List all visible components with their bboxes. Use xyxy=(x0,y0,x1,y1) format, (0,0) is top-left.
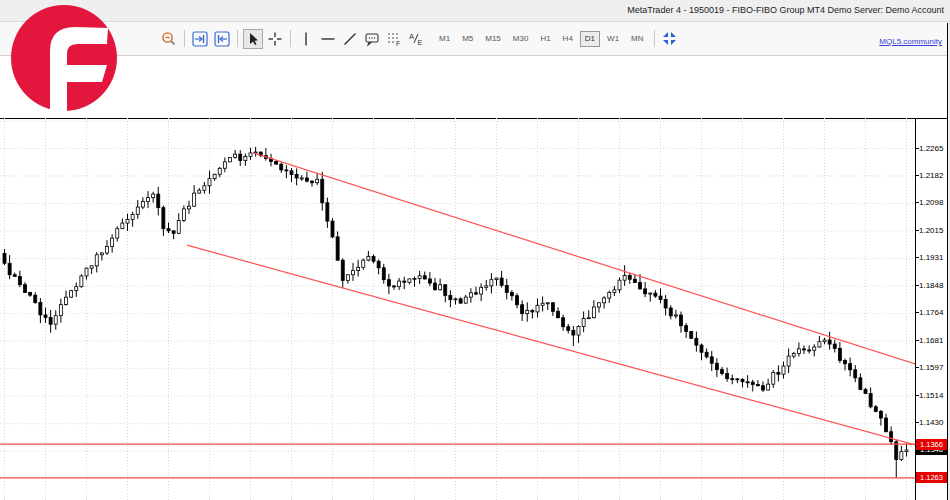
candle-bullish xyxy=(818,342,821,347)
timeframe-button-MN[interactable]: MN xyxy=(626,31,648,47)
candle-bullish xyxy=(787,356,790,366)
window-title: MetaTrader 4 - 1950019 - FIBO-FIBO Group… xyxy=(627,5,944,15)
candle-bearish xyxy=(864,389,867,393)
candle-bullish xyxy=(352,271,355,275)
candle-bearish xyxy=(8,263,11,275)
characters-icon: A E xyxy=(408,31,424,47)
candle-bullish xyxy=(65,297,68,304)
price-axis-label: 1.1514 xyxy=(919,391,943,400)
toolbar-separator xyxy=(237,30,238,47)
candle-bearish xyxy=(557,311,560,318)
candle-bullish xyxy=(905,450,908,452)
candle-bearish xyxy=(305,178,308,181)
toolbar: F A E M1M5M15M30H1H4D1W1MN xyxy=(0,22,950,56)
shift-chart-button[interactable] xyxy=(212,29,232,49)
price-axis-label: 1.1848 xyxy=(919,281,943,290)
scroll-to-end-button[interactable] xyxy=(190,29,210,49)
timeframe-button-D1[interactable]: D1 xyxy=(580,31,600,47)
timeframe-button-M15[interactable]: M15 xyxy=(480,31,506,47)
candle-bullish xyxy=(674,315,677,316)
toolbar-separator xyxy=(290,30,291,47)
candle-bullish xyxy=(813,347,816,350)
candle-bearish xyxy=(331,221,334,237)
candle-bearish xyxy=(551,303,554,312)
candle-bearish xyxy=(516,296,519,305)
candle-bullish xyxy=(152,194,155,198)
price-line-label: 1.1263 xyxy=(916,472,947,483)
candle-bullish xyxy=(346,275,349,281)
tile-windows-button[interactable] xyxy=(660,29,680,49)
candle-bullish xyxy=(54,316,57,325)
candle-bullish xyxy=(546,303,549,304)
candle-bullish xyxy=(70,291,73,297)
horizontal-line-tool-button[interactable] xyxy=(318,29,338,49)
candle-bullish xyxy=(587,318,590,319)
fibonacci-tool-button[interactable]: F xyxy=(384,29,404,49)
channel-trendline[interactable] xyxy=(187,245,915,445)
price-chart[interactable] xyxy=(0,118,915,500)
price-line-label: 1.1366 xyxy=(916,439,947,450)
candle-bullish xyxy=(541,303,544,305)
candle-bullish xyxy=(116,229,119,238)
candle-bearish xyxy=(24,285,27,293)
timeframe-button-H1[interactable]: H1 xyxy=(535,31,555,47)
candle-bullish xyxy=(85,268,88,276)
candle-bullish xyxy=(623,275,626,280)
candle-bearish xyxy=(890,432,893,442)
candle-bullish xyxy=(234,154,237,157)
candle-bearish xyxy=(377,261,380,268)
vertical-line-tool-button[interactable] xyxy=(296,29,316,49)
channel-trendline[interactable] xyxy=(253,153,915,364)
timeframe-button-H4[interactable]: H4 xyxy=(558,31,578,47)
candle-bullish xyxy=(577,327,580,336)
timeframe-button-M1[interactable]: M1 xyxy=(434,31,455,47)
candle-bearish xyxy=(879,411,882,418)
candle-bullish xyxy=(100,253,103,255)
trendline-tool-button[interactable] xyxy=(340,29,360,49)
scroll-to-end-icon xyxy=(192,31,208,47)
cursor-tool-button[interactable] xyxy=(243,29,263,49)
candle-bullish xyxy=(106,246,109,253)
trendline-icon xyxy=(342,31,358,47)
candle-bullish xyxy=(454,299,457,300)
timeframe-button-W1[interactable]: W1 xyxy=(602,31,624,47)
candle-bearish xyxy=(510,292,513,295)
candle-bearish xyxy=(741,379,744,382)
candle-bullish xyxy=(413,278,416,279)
candle-bullish xyxy=(490,280,493,286)
candle-bearish xyxy=(13,275,16,277)
candle-bearish xyxy=(449,296,452,300)
candle-bearish xyxy=(777,372,780,374)
candle-bullish xyxy=(111,238,114,246)
candle-bearish xyxy=(295,174,298,178)
crosshair-tool-button[interactable] xyxy=(265,29,285,49)
candle-bearish xyxy=(731,379,734,380)
price-axis-label: 1.1681 xyxy=(919,336,943,345)
candle-bearish xyxy=(705,352,708,357)
characters-tool-button[interactable]: A E xyxy=(406,29,426,49)
svg-text:F: F xyxy=(396,39,400,46)
fibo-group-logo xyxy=(4,1,130,119)
candle-bullish xyxy=(147,198,150,202)
candle-bearish xyxy=(39,302,42,314)
mql5-community-link[interactable]: MQL5.community xyxy=(879,37,942,46)
candle-bullish xyxy=(121,223,124,229)
candle-bearish xyxy=(162,208,165,229)
timeframe-group: M1M5M15M30H1H4D1W1MN xyxy=(433,31,650,47)
candle-bearish xyxy=(321,179,324,202)
price-axis-label: 1.2265 xyxy=(919,144,943,153)
text-label-tool-button[interactable] xyxy=(362,29,382,49)
timeframe-button-M30[interactable]: M30 xyxy=(508,31,534,47)
candle-bearish xyxy=(444,285,447,296)
zoom-out-button[interactable] xyxy=(159,29,179,49)
candle-bullish xyxy=(618,280,621,290)
price-axis-label: 1.1931 xyxy=(919,253,943,262)
candle-bearish xyxy=(172,231,175,233)
candle-bearish xyxy=(762,386,765,390)
timeframe-button-M5[interactable]: M5 xyxy=(457,31,478,47)
candle-bullish xyxy=(218,168,221,174)
candle-bearish xyxy=(700,345,703,352)
candle-bullish xyxy=(229,157,232,161)
cursor-icon xyxy=(245,31,261,47)
candle-bearish xyxy=(428,279,431,283)
